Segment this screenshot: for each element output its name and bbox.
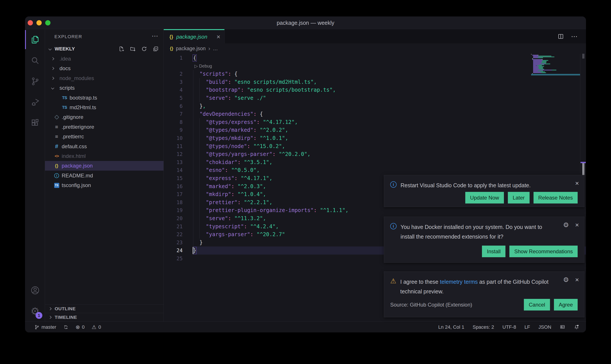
status-item-0[interactable]: ⊗0 bbox=[76, 324, 84, 330]
status-item-spaces-2[interactable]: Spaces: 2 bbox=[473, 324, 494, 330]
activity-extensions[interactable] bbox=[25, 113, 45, 133]
line-number[interactable]: 19 bbox=[164, 206, 183, 214]
minimap[interactable] bbox=[531, 54, 580, 77]
gear-icon[interactable]: ⚙ bbox=[563, 276, 569, 283]
line-number[interactable]: 4 bbox=[164, 86, 183, 94]
activity-source-control[interactable] bbox=[25, 71, 45, 92]
status-item-json[interactable]: JSON bbox=[538, 324, 551, 330]
line-number[interactable]: 7 bbox=[164, 110, 183, 118]
status-item-bell[interactable] bbox=[574, 324, 579, 330]
line-number[interactable]: 10 bbox=[164, 134, 183, 142]
line-number[interactable]: 15 bbox=[164, 174, 183, 182]
tree-item-node-modules[interactable]: node_modules bbox=[45, 73, 163, 83]
code-line-1[interactable]: 1{ bbox=[164, 54, 586, 62]
more-actions-icon[interactable]: ⋯ bbox=[571, 32, 578, 40]
tree-item--prettierignore[interactable]: ≡.prettierignore bbox=[45, 122, 163, 132]
line-number[interactable]: 16 bbox=[164, 182, 183, 191]
line-number[interactable]: 9 bbox=[164, 126, 183, 134]
code-line-19[interactable]: 19"prettier-plugin-organize-imports": "^… bbox=[164, 206, 586, 214]
tab-package-json[interactable]: {} package.json × bbox=[164, 29, 225, 43]
line-number[interactable]: 1 bbox=[164, 54, 183, 62]
line-number[interactable]: 25 bbox=[164, 255, 183, 263]
code-line-6[interactable]: 6}, bbox=[164, 102, 586, 110]
line-number[interactable]: 11 bbox=[164, 142, 183, 150]
line-number[interactable]: 14 bbox=[164, 166, 183, 174]
tree-item--idea[interactable]: .idea bbox=[45, 54, 163, 64]
status-item-0[interactable]: ⚠0 bbox=[92, 324, 101, 330]
code-line-3[interactable]: 3"build": "esno scripts/md2Html.ts", bbox=[164, 78, 586, 86]
code-line-2[interactable]: 2"scripts": { bbox=[164, 70, 586, 78]
activity-settings[interactable]: ⚙ 1 bbox=[25, 301, 45, 322]
telemetry-terms-link[interactable]: telemetry terms bbox=[440, 279, 477, 285]
code-line-9[interactable]: 9"@types/marked": "^2.0.2", bbox=[164, 126, 586, 134]
line-number[interactable]: 22 bbox=[164, 231, 183, 239]
code-line-12[interactable]: 12"@types/yargs-parser": "^20.2.0", bbox=[164, 150, 586, 158]
close-icon[interactable]: × bbox=[575, 180, 579, 187]
scrollbar-slider-top[interactable] bbox=[582, 54, 584, 59]
tree-item-bootstrap-ts[interactable]: TSbootstrap.ts bbox=[45, 93, 163, 103]
line-number[interactable]: 13 bbox=[164, 158, 183, 167]
codelens-debug-link[interactable]: ▷ Debug bbox=[194, 62, 212, 70]
code-line-14[interactable]: 14"esno": "^0.5.0", bbox=[164, 166, 586, 174]
status-item-lf[interactable]: LF bbox=[525, 324, 530, 330]
panel-timeline[interactable]: TIMELINE bbox=[45, 313, 163, 322]
line-number[interactable]: 20 bbox=[164, 214, 183, 222]
close-icon[interactable]: × bbox=[575, 222, 579, 228]
line-number[interactable]: 12 bbox=[164, 150, 183, 158]
status-item-sync[interactable] bbox=[63, 325, 68, 330]
gear-icon[interactable]: ⚙ bbox=[563, 222, 569, 228]
close-icon[interactable]: × bbox=[575, 276, 579, 283]
tree-item-package-json[interactable]: {}package.json bbox=[45, 161, 163, 171]
tree-item--prettierrc[interactable]: ≡.prettierrc bbox=[45, 132, 163, 142]
later-button[interactable]: Later bbox=[508, 192, 530, 204]
refresh-icon[interactable] bbox=[141, 46, 147, 52]
tree-item-readme-md[interactable]: iREADME.md bbox=[45, 171, 163, 181]
status-item-utf-8[interactable]: UTF-8 bbox=[502, 324, 516, 330]
line-number[interactable]: 8 bbox=[164, 118, 183, 126]
tree-item-md2html-ts[interactable]: TSmd2Html.ts bbox=[45, 103, 163, 112]
line-number[interactable]: 24 bbox=[164, 247, 183, 255]
show-recommendations-button[interactable]: Show Recommendations bbox=[509, 246, 578, 257]
status-item-feedback[interactable] bbox=[560, 324, 565, 330]
line-number[interactable]: 6 bbox=[164, 102, 183, 110]
line-number[interactable]: 21 bbox=[164, 222, 183, 231]
tree-item-tsconfig-json[interactable]: TStsconfig.json bbox=[45, 181, 163, 190]
code-line-7[interactable]: 7"devDependencies": { bbox=[164, 110, 586, 118]
section-header-weekly[interactable]: WEEKLY bbox=[45, 44, 163, 54]
line-number[interactable]: 2 bbox=[164, 70, 183, 78]
tree-item-index-html[interactable]: <>index.html bbox=[45, 151, 163, 161]
cancel-button[interactable]: Cancel bbox=[524, 299, 550, 311]
tree-item-default-css[interactable]: #default.css bbox=[45, 142, 163, 151]
agree-button[interactable]: Agree bbox=[554, 299, 578, 311]
collapse-all-icon[interactable] bbox=[152, 46, 159, 52]
panel-outline[interactable]: OUTLINE bbox=[45, 304, 163, 313]
activity-explorer[interactable] bbox=[25, 29, 45, 50]
status-item-ln-24-col-1[interactable]: Ln 24, Col 1 bbox=[438, 324, 464, 330]
line-number[interactable]: 17 bbox=[164, 190, 183, 198]
split-editor-icon[interactable] bbox=[557, 33, 564, 40]
line-number[interactable]: 18 bbox=[164, 198, 183, 207]
new-folder-icon[interactable] bbox=[130, 46, 136, 52]
status-item-master[interactable]: master bbox=[34, 324, 56, 330]
line-number[interactable]: 3 bbox=[164, 78, 183, 86]
release-notes-button[interactable]: Release Notes bbox=[533, 192, 578, 204]
tree-item-docs[interactable]: docs bbox=[45, 64, 163, 73]
install-button[interactable]: Install bbox=[482, 246, 505, 257]
new-file-icon[interactable] bbox=[118, 46, 124, 52]
code-line-10[interactable]: 10"@types/mkdirp": "^1.0.1", bbox=[164, 134, 586, 142]
activity-account[interactable] bbox=[25, 280, 45, 301]
line-number[interactable]: 23 bbox=[164, 239, 183, 247]
close-tab-icon[interactable]: × bbox=[217, 34, 220, 40]
update-now-button[interactable]: Update Now bbox=[465, 192, 504, 204]
code-line-13[interactable]: 13"chokidar": "^3.5.1", bbox=[164, 158, 586, 167]
code-line-11[interactable]: 11"@types/node": "^15.0.2", bbox=[164, 142, 586, 150]
sidebar-more-icon[interactable]: ⋯ bbox=[152, 29, 158, 44]
scrollbar-slider[interactable] bbox=[582, 163, 584, 175]
activity-run-debug[interactable] bbox=[25, 92, 45, 113]
tree-item-scripts[interactable]: scripts bbox=[45, 83, 163, 93]
tree-item--gitignore[interactable]: .gitignore bbox=[45, 112, 163, 122]
code-line-4[interactable]: 4"bootstrap": "esno scripts/bootstrap.ts… bbox=[164, 86, 586, 94]
line-number[interactable]: 5 bbox=[164, 94, 183, 102]
activity-search[interactable] bbox=[25, 50, 45, 71]
code-line-8[interactable]: 8"@types/express": "^4.17.12", bbox=[164, 118, 586, 126]
